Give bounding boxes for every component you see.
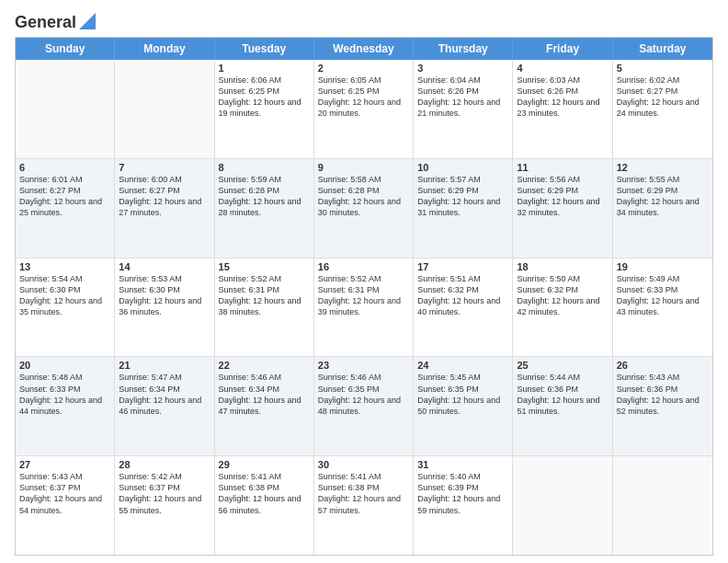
cal-header-day: Friday <box>513 38 612 60</box>
logo: General <box>15 11 96 29</box>
day-info: Sunrise: 5:41 AM Sunset: 6:38 PM Dayligh… <box>219 471 310 516</box>
calendar-cell-20: 20Sunrise: 5:48 AM Sunset: 6:33 PM Dayli… <box>16 357 115 455</box>
calendar-row: 27Sunrise: 5:43 AM Sunset: 6:37 PM Dayli… <box>16 455 712 555</box>
calendar-cell-10: 10Sunrise: 5:57 AM Sunset: 6:29 PM Dayli… <box>414 159 513 258</box>
calendar-row: 6Sunrise: 6:01 AM Sunset: 6:27 PM Daylig… <box>16 158 712 258</box>
day-number: 13 <box>19 261 110 272</box>
day-info: Sunrise: 5:46 AM Sunset: 6:34 PM Dayligh… <box>219 372 310 417</box>
header: General <box>15 11 713 29</box>
day-info: Sunrise: 6:00 AM Sunset: 6:27 PM Dayligh… <box>119 174 210 219</box>
calendar-cell-12: 12Sunrise: 5:55 AM Sunset: 6:29 PM Dayli… <box>613 159 712 258</box>
day-number: 1 <box>219 63 310 74</box>
day-info: Sunrise: 5:54 AM Sunset: 6:30 PM Dayligh… <box>19 273 110 318</box>
day-info: Sunrise: 5:50 AM Sunset: 6:32 PM Dayligh… <box>517 273 608 318</box>
calendar-cell-14: 14Sunrise: 5:53 AM Sunset: 6:30 PM Dayli… <box>115 259 214 357</box>
calendar-cell-empty <box>613 456 712 555</box>
calendar-cell-6: 6Sunrise: 6:01 AM Sunset: 6:27 PM Daylig… <box>16 159 115 258</box>
day-number: 7 <box>119 162 210 173</box>
calendar-cell-empty <box>115 60 214 158</box>
calendar-cell-17: 17Sunrise: 5:51 AM Sunset: 6:32 PM Dayli… <box>414 259 513 357</box>
day-number: 12 <box>617 162 709 173</box>
day-info: Sunrise: 5:59 AM Sunset: 6:28 PM Dayligh… <box>219 174 310 219</box>
calendar-body: 1Sunrise: 6:06 AM Sunset: 6:25 PM Daylig… <box>16 60 712 555</box>
day-info: Sunrise: 6:02 AM Sunset: 6:27 PM Dayligh… <box>617 75 709 120</box>
calendar-cell-13: 13Sunrise: 5:54 AM Sunset: 6:30 PM Dayli… <box>16 259 115 357</box>
logo-icon <box>79 13 96 29</box>
day-number: 4 <box>517 63 608 74</box>
calendar-cell-25: 25Sunrise: 5:44 AM Sunset: 6:36 PM Dayli… <box>513 357 612 455</box>
day-number: 26 <box>617 360 709 371</box>
page: General SundayMondayTuesdayWednesdayThur… <box>0 0 728 563</box>
day-number: 2 <box>318 63 409 74</box>
day-number: 6 <box>19 162 110 173</box>
calendar-cell-26: 26Sunrise: 5:43 AM Sunset: 6:36 PM Dayli… <box>613 357 712 455</box>
cal-header-day: Wednesday <box>314 38 414 60</box>
calendar-row: 13Sunrise: 5:54 AM Sunset: 6:30 PM Dayli… <box>16 258 712 357</box>
logo-text-general: General <box>15 13 76 32</box>
day-info: Sunrise: 6:01 AM Sunset: 6:27 PM Dayligh… <box>19 174 110 219</box>
day-number: 8 <box>219 162 310 173</box>
day-number: 17 <box>417 261 508 272</box>
day-number: 20 <box>19 360 110 371</box>
calendar-cell-3: 3Sunrise: 6:04 AM Sunset: 6:26 PM Daylig… <box>414 60 513 158</box>
calendar-cell-23: 23Sunrise: 5:46 AM Sunset: 6:35 PM Dayli… <box>314 357 414 455</box>
cal-header-day: Thursday <box>414 38 513 60</box>
day-number: 3 <box>417 63 508 74</box>
calendar-cell-empty <box>513 456 612 555</box>
svg-marker-0 <box>79 13 96 29</box>
day-number: 22 <box>219 360 310 371</box>
day-number: 29 <box>219 459 310 470</box>
day-info: Sunrise: 5:57 AM Sunset: 6:29 PM Dayligh… <box>417 174 508 219</box>
day-info: Sunrise: 5:47 AM Sunset: 6:34 PM Dayligh… <box>119 372 210 417</box>
calendar-cell-5: 5Sunrise: 6:02 AM Sunset: 6:27 PM Daylig… <box>613 60 712 158</box>
day-number: 31 <box>417 459 508 470</box>
day-number: 18 <box>517 261 608 272</box>
day-number: 23 <box>318 360 409 371</box>
day-number: 30 <box>318 459 409 470</box>
day-info: Sunrise: 5:42 AM Sunset: 6:37 PM Dayligh… <box>119 471 210 516</box>
day-number: 9 <box>318 162 409 173</box>
day-number: 10 <box>417 162 508 173</box>
day-info: Sunrise: 5:58 AM Sunset: 6:28 PM Dayligh… <box>318 174 409 219</box>
calendar-cell-7: 7Sunrise: 6:00 AM Sunset: 6:27 PM Daylig… <box>115 159 214 258</box>
day-info: Sunrise: 5:44 AM Sunset: 6:36 PM Dayligh… <box>517 372 608 417</box>
calendar-cell-empty <box>16 60 115 158</box>
day-info: Sunrise: 5:43 AM Sunset: 6:36 PM Dayligh… <box>617 372 709 417</box>
calendar-cell-11: 11Sunrise: 5:56 AM Sunset: 6:29 PM Dayli… <box>513 159 612 258</box>
calendar-cell-18: 18Sunrise: 5:50 AM Sunset: 6:32 PM Dayli… <box>513 259 612 357</box>
calendar-cell-30: 30Sunrise: 5:41 AM Sunset: 6:38 PM Dayli… <box>314 456 414 555</box>
day-info: Sunrise: 5:49 AM Sunset: 6:33 PM Dayligh… <box>617 273 709 318</box>
calendar-cell-28: 28Sunrise: 5:42 AM Sunset: 6:37 PM Dayli… <box>115 456 214 555</box>
day-info: Sunrise: 6:03 AM Sunset: 6:26 PM Dayligh… <box>517 75 608 120</box>
calendar-cell-1: 1Sunrise: 6:06 AM Sunset: 6:25 PM Daylig… <box>215 60 314 158</box>
day-info: Sunrise: 5:53 AM Sunset: 6:30 PM Dayligh… <box>119 273 210 318</box>
day-info: Sunrise: 6:06 AM Sunset: 6:25 PM Dayligh… <box>219 75 310 120</box>
calendar-cell-9: 9Sunrise: 5:58 AM Sunset: 6:28 PM Daylig… <box>314 159 414 258</box>
calendar-cell-2: 2Sunrise: 6:05 AM Sunset: 6:25 PM Daylig… <box>314 60 414 158</box>
day-info: Sunrise: 5:52 AM Sunset: 6:31 PM Dayligh… <box>219 273 310 318</box>
calendar-cell-15: 15Sunrise: 5:52 AM Sunset: 6:31 PM Dayli… <box>215 259 314 357</box>
calendar-cell-4: 4Sunrise: 6:03 AM Sunset: 6:26 PM Daylig… <box>513 60 612 158</box>
calendar-header: SundayMondayTuesdayWednesdayThursdayFrid… <box>16 38 712 60</box>
day-info: Sunrise: 5:55 AM Sunset: 6:29 PM Dayligh… <box>617 174 709 219</box>
day-number: 11 <box>517 162 608 173</box>
day-info: Sunrise: 5:43 AM Sunset: 6:37 PM Dayligh… <box>19 471 110 516</box>
cal-header-day: Tuesday <box>215 38 314 60</box>
day-number: 25 <box>517 360 608 371</box>
calendar-cell-22: 22Sunrise: 5:46 AM Sunset: 6:34 PM Dayli… <box>215 357 314 455</box>
day-number: 19 <box>617 261 709 272</box>
calendar-cell-19: 19Sunrise: 5:49 AM Sunset: 6:33 PM Dayli… <box>613 259 712 357</box>
day-info: Sunrise: 5:41 AM Sunset: 6:38 PM Dayligh… <box>318 471 409 516</box>
day-info: Sunrise: 5:52 AM Sunset: 6:31 PM Dayligh… <box>318 273 409 318</box>
day-number: 5 <box>617 63 709 74</box>
cal-header-day: Monday <box>115 38 214 60</box>
day-number: 24 <box>417 360 508 371</box>
calendar-cell-8: 8Sunrise: 5:59 AM Sunset: 6:28 PM Daylig… <box>215 159 314 258</box>
day-info: Sunrise: 6:04 AM Sunset: 6:26 PM Dayligh… <box>417 75 508 120</box>
day-info: Sunrise: 6:05 AM Sunset: 6:25 PM Dayligh… <box>318 75 409 120</box>
day-number: 28 <box>119 459 210 470</box>
cal-header-day: Saturday <box>613 38 712 60</box>
day-number: 21 <box>119 360 210 371</box>
day-number: 27 <box>19 459 110 470</box>
calendar-cell-29: 29Sunrise: 5:41 AM Sunset: 6:38 PM Dayli… <box>215 456 314 555</box>
